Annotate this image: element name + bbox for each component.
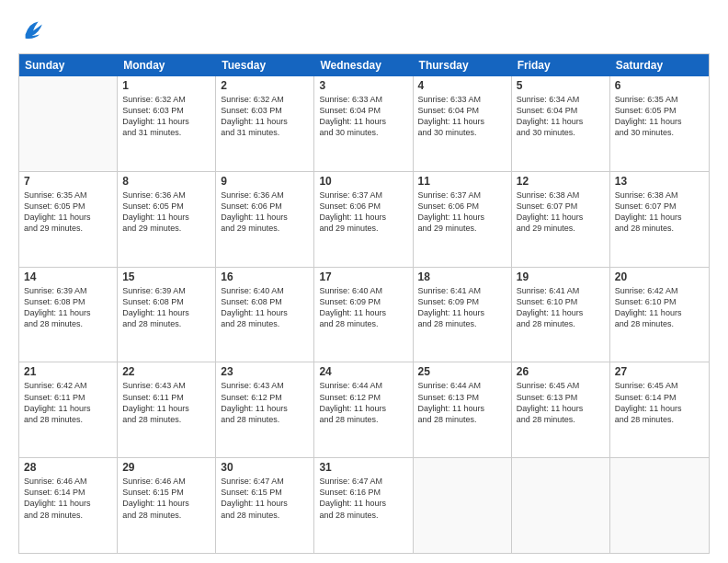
day-number: 8 bbox=[122, 175, 210, 188]
day-number: 13 bbox=[615, 175, 704, 188]
calendar-cell: 16Sunrise: 6:40 AM Sunset: 6:08 PM Dayli… bbox=[216, 268, 314, 362]
day-info: Sunrise: 6:38 AM Sunset: 6:07 PM Dayligh… bbox=[615, 190, 704, 235]
calendar-row: 14Sunrise: 6:39 AM Sunset: 6:08 PM Dayli… bbox=[19, 268, 709, 363]
calendar-cell: 21Sunrise: 6:42 AM Sunset: 6:11 PM Dayli… bbox=[19, 362, 118, 457]
day-info: Sunrise: 6:46 AM Sunset: 6:14 PM Dayligh… bbox=[24, 476, 112, 521]
day-info: Sunrise: 6:36 AM Sunset: 6:05 PM Dayligh… bbox=[122, 190, 210, 235]
calendar-cell: 12Sunrise: 6:38 AM Sunset: 6:07 PM Dayli… bbox=[512, 172, 610, 267]
day-info: Sunrise: 6:47 AM Sunset: 6:16 PM Dayligh… bbox=[319, 476, 407, 521]
day-number: 21 bbox=[24, 365, 112, 378]
day-info: Sunrise: 6:37 AM Sunset: 6:06 PM Dayligh… bbox=[418, 190, 506, 235]
header bbox=[18, 17, 710, 46]
calendar-cell bbox=[19, 76, 118, 171]
day-number: 7 bbox=[24, 175, 112, 188]
day-info: Sunrise: 6:40 AM Sunset: 6:09 PM Dayligh… bbox=[319, 285, 407, 330]
calendar-cell: 29Sunrise: 6:46 AM Sunset: 6:15 PM Dayli… bbox=[118, 458, 216, 553]
calendar-cell: 26Sunrise: 6:45 AM Sunset: 6:13 PM Dayli… bbox=[512, 362, 610, 457]
day-info: Sunrise: 6:44 AM Sunset: 6:12 PM Dayligh… bbox=[319, 380, 407, 425]
calendar-cell: 7Sunrise: 6:35 AM Sunset: 6:05 PM Daylig… bbox=[19, 172, 118, 267]
calendar-cell: 17Sunrise: 6:40 AM Sunset: 6:09 PM Dayli… bbox=[314, 268, 413, 362]
calendar-cell: 30Sunrise: 6:47 AM Sunset: 6:15 PM Dayli… bbox=[216, 458, 314, 553]
calendar-header-cell: Wednesday bbox=[314, 54, 413, 76]
day-number: 17 bbox=[319, 270, 407, 283]
calendar-header-cell: Saturday bbox=[610, 54, 709, 76]
day-number: 20 bbox=[615, 270, 704, 283]
day-number: 16 bbox=[221, 270, 309, 283]
day-number: 1 bbox=[122, 79, 210, 92]
day-info: Sunrise: 6:33 AM Sunset: 6:04 PM Dayligh… bbox=[418, 94, 506, 139]
day-number: 4 bbox=[418, 79, 506, 92]
calendar-cell: 10Sunrise: 6:37 AM Sunset: 6:06 PM Dayli… bbox=[314, 172, 413, 267]
calendar-header-cell: Friday bbox=[512, 54, 610, 76]
calendar-cell: 15Sunrise: 6:39 AM Sunset: 6:08 PM Dayli… bbox=[118, 268, 216, 362]
day-info: Sunrise: 6:36 AM Sunset: 6:06 PM Dayligh… bbox=[221, 190, 309, 235]
day-info: Sunrise: 6:45 AM Sunset: 6:13 PM Dayligh… bbox=[517, 380, 605, 425]
calendar-cell: 2Sunrise: 6:32 AM Sunset: 6:03 PM Daylig… bbox=[216, 76, 314, 171]
calendar-cell: 23Sunrise: 6:43 AM Sunset: 6:12 PM Dayli… bbox=[216, 362, 314, 457]
calendar-cell bbox=[512, 458, 610, 553]
calendar-cell: 24Sunrise: 6:44 AM Sunset: 6:12 PM Dayli… bbox=[314, 362, 413, 457]
day-number: 18 bbox=[418, 270, 506, 283]
day-number: 14 bbox=[24, 270, 112, 283]
calendar-header: SundayMondayTuesdayWednesdayThursdayFrid… bbox=[19, 54, 709, 76]
calendar-header-cell: Sunday bbox=[19, 54, 118, 76]
day-info: Sunrise: 6:39 AM Sunset: 6:08 PM Dayligh… bbox=[122, 285, 210, 330]
calendar-cell: 14Sunrise: 6:39 AM Sunset: 6:08 PM Dayli… bbox=[19, 268, 118, 362]
day-info: Sunrise: 6:43 AM Sunset: 6:11 PM Dayligh… bbox=[122, 380, 210, 425]
day-info: Sunrise: 6:42 AM Sunset: 6:11 PM Dayligh… bbox=[24, 380, 112, 425]
day-number: 6 bbox=[615, 79, 704, 92]
calendar-cell: 20Sunrise: 6:42 AM Sunset: 6:10 PM Dayli… bbox=[610, 268, 709, 362]
day-number: 27 bbox=[615, 365, 704, 378]
calendar-cell: 22Sunrise: 6:43 AM Sunset: 6:11 PM Dayli… bbox=[118, 362, 216, 457]
day-number: 23 bbox=[221, 365, 309, 378]
day-number: 11 bbox=[418, 175, 506, 188]
calendar-cell: 28Sunrise: 6:46 AM Sunset: 6:14 PM Dayli… bbox=[19, 458, 118, 553]
calendar-cell bbox=[414, 458, 512, 553]
day-number: 10 bbox=[319, 175, 407, 188]
calendar-cell: 3Sunrise: 6:33 AM Sunset: 6:04 PM Daylig… bbox=[314, 76, 413, 171]
day-info: Sunrise: 6:35 AM Sunset: 6:05 PM Dayligh… bbox=[615, 94, 704, 139]
calendar-cell: 9Sunrise: 6:36 AM Sunset: 6:06 PM Daylig… bbox=[216, 172, 314, 267]
day-info: Sunrise: 6:45 AM Sunset: 6:14 PM Dayligh… bbox=[615, 380, 704, 425]
calendar-header-cell: Thursday bbox=[414, 54, 512, 76]
calendar-cell: 5Sunrise: 6:34 AM Sunset: 6:04 PM Daylig… bbox=[512, 76, 610, 171]
day-number: 30 bbox=[221, 461, 309, 474]
calendar-cell: 6Sunrise: 6:35 AM Sunset: 6:05 PM Daylig… bbox=[610, 76, 709, 171]
day-info: Sunrise: 6:47 AM Sunset: 6:15 PM Dayligh… bbox=[221, 476, 309, 521]
day-info: Sunrise: 6:34 AM Sunset: 6:04 PM Dayligh… bbox=[517, 94, 605, 139]
day-info: Sunrise: 6:41 AM Sunset: 6:10 PM Dayligh… bbox=[517, 285, 605, 330]
calendar-cell: 18Sunrise: 6:41 AM Sunset: 6:09 PM Dayli… bbox=[414, 268, 512, 362]
day-info: Sunrise: 6:33 AM Sunset: 6:04 PM Dayligh… bbox=[319, 94, 407, 139]
day-info: Sunrise: 6:37 AM Sunset: 6:06 PM Dayligh… bbox=[319, 190, 407, 235]
calendar-body: 1Sunrise: 6:32 AM Sunset: 6:03 PM Daylig… bbox=[19, 76, 709, 553]
calendar-cell: 19Sunrise: 6:41 AM Sunset: 6:10 PM Dayli… bbox=[512, 268, 610, 362]
day-number: 22 bbox=[122, 365, 210, 378]
day-info: Sunrise: 6:42 AM Sunset: 6:10 PM Dayligh… bbox=[615, 285, 704, 330]
day-number: 5 bbox=[517, 79, 605, 92]
day-number: 19 bbox=[517, 270, 605, 283]
day-info: Sunrise: 6:43 AM Sunset: 6:12 PM Dayligh… bbox=[221, 380, 309, 425]
calendar-cell: 25Sunrise: 6:44 AM Sunset: 6:13 PM Dayli… bbox=[414, 362, 512, 457]
calendar-cell: 4Sunrise: 6:33 AM Sunset: 6:04 PM Daylig… bbox=[414, 76, 512, 171]
day-number: 25 bbox=[418, 365, 506, 378]
day-number: 26 bbox=[517, 365, 605, 378]
day-info: Sunrise: 6:46 AM Sunset: 6:15 PM Dayligh… bbox=[122, 476, 210, 521]
page: SundayMondayTuesdayWednesdayThursdayFrid… bbox=[0, 0, 728, 563]
day-info: Sunrise: 6:32 AM Sunset: 6:03 PM Dayligh… bbox=[122, 94, 210, 139]
calendar-cell: 1Sunrise: 6:32 AM Sunset: 6:03 PM Daylig… bbox=[118, 76, 216, 171]
logo bbox=[18, 17, 46, 46]
calendar-cell bbox=[610, 458, 709, 553]
logo-bird-icon bbox=[20, 17, 46, 42]
day-number: 29 bbox=[122, 461, 210, 474]
calendar-header-cell: Tuesday bbox=[216, 54, 314, 76]
day-number: 2 bbox=[221, 79, 309, 92]
calendar-cell: 11Sunrise: 6:37 AM Sunset: 6:06 PM Dayli… bbox=[414, 172, 512, 267]
calendar-cell: 13Sunrise: 6:38 AM Sunset: 6:07 PM Dayli… bbox=[610, 172, 709, 267]
day-number: 3 bbox=[319, 79, 407, 92]
calendar-row: 21Sunrise: 6:42 AM Sunset: 6:11 PM Dayli… bbox=[19, 362, 709, 458]
day-info: Sunrise: 6:38 AM Sunset: 6:07 PM Dayligh… bbox=[517, 190, 605, 235]
day-info: Sunrise: 6:35 AM Sunset: 6:05 PM Dayligh… bbox=[24, 190, 112, 235]
calendar-header-cell: Monday bbox=[118, 54, 216, 76]
calendar-cell: 8Sunrise: 6:36 AM Sunset: 6:05 PM Daylig… bbox=[118, 172, 216, 267]
calendar-cell: 31Sunrise: 6:47 AM Sunset: 6:16 PM Dayli… bbox=[314, 458, 413, 553]
